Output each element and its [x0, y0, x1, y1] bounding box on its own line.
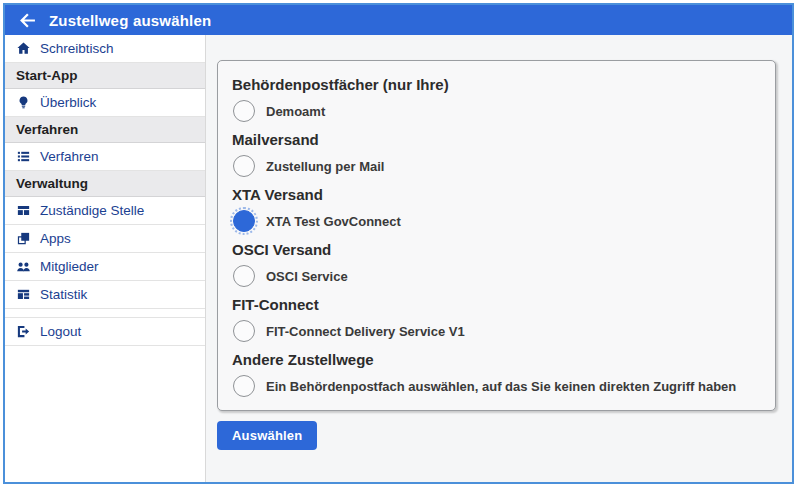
logout-icon	[16, 324, 31, 339]
statistics-icon	[16, 287, 31, 302]
home-icon	[16, 41, 31, 56]
sidebar-item-statistik[interactable]: Statistik	[5, 281, 205, 309]
sidebar-item-label: Apps	[40, 231, 71, 246]
sidebar-item-label: Zuständige Stelle	[40, 203, 144, 218]
radio-button[interactable]	[233, 155, 255, 177]
lightbulb-icon	[16, 95, 31, 110]
radio-button[interactable]	[233, 100, 255, 122]
radio-button[interactable]	[233, 265, 255, 287]
table-icon	[16, 203, 31, 218]
radio-button[interactable]	[233, 320, 255, 342]
radio-option-osci-service[interactable]: OSCI Service	[233, 265, 762, 287]
sidebar-nav: Schreibtisch Start-App Überblick Verfahr…	[5, 35, 206, 482]
back-arrow-icon[interactable]	[18, 11, 36, 29]
radio-option-anderes-behoerdenpostfach[interactable]: Ein Behördenpostfach auswählen, auf das …	[233, 375, 762, 397]
radio-label: FIT-Connect Delivery Service V1	[266, 324, 465, 339]
members-icon	[16, 259, 31, 274]
auswaehlen-button[interactable]: Auswählen	[217, 421, 317, 450]
sidebar-item-label: Mitglieder	[40, 259, 99, 274]
radio-label: Ein Behördenpostfach auswählen, auf das …	[266, 379, 736, 394]
option-group-xta-versand: XTA Versand XTA Test GovConnect	[231, 186, 762, 232]
sidebar-item-zustaendige-stelle[interactable]: Zuständige Stelle	[5, 197, 205, 225]
group-heading: XTA Versand	[232, 186, 762, 203]
window-body: Schreibtisch Start-App Überblick Verfahr…	[5, 35, 792, 482]
sidebar-item-label: Statistik	[40, 287, 87, 302]
radio-option-fit-connect-delivery[interactable]: FIT-Connect Delivery Service V1	[233, 320, 762, 342]
group-heading: Andere Zustellwege	[232, 351, 762, 368]
sidebar-item-schreibtisch[interactable]: Schreibtisch	[5, 35, 205, 63]
sidebar-item-label: Logout	[40, 324, 81, 339]
radio-button-selected[interactable]	[233, 210, 255, 232]
app-header: Zustellweg auswählen	[5, 5, 792, 35]
radio-option-demoamt[interactable]: Demoamt	[233, 100, 762, 122]
sidebar-section-label: Verwaltung	[16, 176, 88, 191]
sidebar-item-mitglieder[interactable]: Mitglieder	[5, 253, 205, 281]
radio-label: Zustellung per Mail	[266, 159, 384, 174]
group-heading: OSCI Versand	[232, 241, 762, 258]
sidebar-section-start-app: Start-App	[5, 63, 205, 89]
sidebar-section-label: Start-App	[16, 68, 78, 83]
option-group-mailversand: Mailversand Zustellung per Mail	[231, 131, 762, 177]
sidebar-section-verwaltung: Verwaltung	[5, 171, 205, 197]
delivery-options-panel: Behördenpostfächer (nur Ihre) Demoamt Ma…	[217, 60, 776, 411]
radio-option-zustellung-per-mail[interactable]: Zustellung per Mail	[233, 155, 762, 177]
group-heading: FIT-Connect	[232, 296, 762, 313]
page-title: Zustellweg auswählen	[49, 12, 211, 29]
radio-label: Demoamt	[266, 104, 325, 119]
sidebar-section-verfahren: Verfahren	[5, 117, 205, 143]
apps-icon	[16, 231, 31, 246]
sidebar-item-apps[interactable]: Apps	[5, 225, 205, 253]
list-icon	[16, 149, 31, 164]
group-heading: Mailversand	[232, 131, 762, 148]
radio-option-xta-test-govconnect[interactable]: XTA Test GovConnect	[233, 210, 762, 232]
option-group-andere-zustellwege: Andere Zustellwege Ein Behördenpostfach …	[231, 351, 762, 397]
sidebar-item-verfahren[interactable]: Verfahren	[5, 143, 205, 171]
sidebar-item-label: Überblick	[40, 95, 96, 110]
sidebar-item-ueberblick[interactable]: Überblick	[5, 89, 205, 117]
sidebar-item-label: Schreibtisch	[40, 41, 114, 56]
option-group-fit-connect: FIT-Connect FIT-Connect Delivery Service…	[231, 296, 762, 342]
sidebar-item-label: Verfahren	[40, 149, 99, 164]
radio-button[interactable]	[233, 375, 255, 397]
option-group-osci-versand: OSCI Versand OSCI Service	[231, 241, 762, 287]
sidebar-item-logout[interactable]: Logout	[5, 318, 205, 346]
sidebar-section-label: Verfahren	[16, 122, 78, 137]
group-heading: Behördenpostfächer (nur Ihre)	[232, 76, 762, 93]
radio-label: XTA Test GovConnect	[266, 214, 401, 229]
app-window: Zustellweg auswählen Schreibtisch Start-…	[3, 3, 794, 484]
radio-label: OSCI Service	[266, 269, 348, 284]
main-content: Behördenpostfächer (nur Ihre) Demoamt Ma…	[206, 35, 792, 482]
sidebar-divider	[5, 309, 205, 318]
option-group-behoerdenpostfaecher: Behördenpostfächer (nur Ihre) Demoamt	[231, 76, 762, 122]
